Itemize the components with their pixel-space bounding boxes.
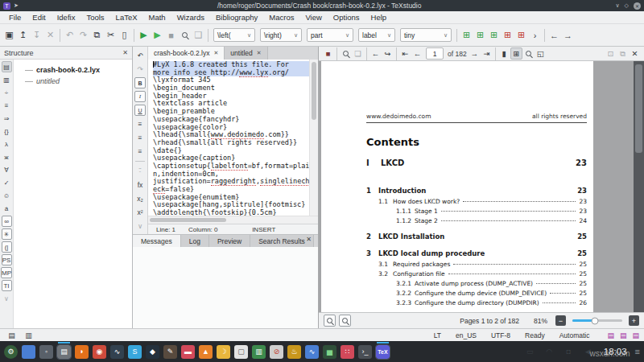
editor-horizontal-scrollbar[interactable]	[148, 216, 318, 224]
taskbar-firefox[interactable]: ◗	[75, 345, 89, 359]
editor-tab-crash-book-0-2-lyx[interactable]: crash-book-0.2.lyx ✕	[148, 47, 225, 60]
save-icon[interactable]: ↧	[30, 28, 43, 43]
pdf-document-icon[interactable]: ▤	[620, 331, 627, 339]
battery-tray-icon[interactable]: ▭	[523, 344, 537, 359]
superscript-icon[interactable]: x²	[134, 207, 146, 218]
taskbar-banana-app[interactable]: ☽	[217, 345, 230, 359]
paste-icon[interactable]: ▯	[118, 28, 131, 43]
subscript-icon[interactable]: x₂	[134, 193, 146, 204]
taskbar-pager[interactable]: ◦	[39, 345, 53, 359]
menu-options[interactable]: Options	[328, 13, 365, 22]
pdf-content[interactable]: www.dedoimedo.com all rights reserved Co…	[319, 61, 644, 312]
taskbar-mixer-app[interactable]: ∷	[341, 345, 354, 359]
editor-tab-untitled[interactable]: untitled ✕	[225, 47, 267, 60]
strip-scroll-down-icon[interactable]: ∨	[2, 293, 12, 304]
wifi-tray-icon[interactable]: ◠	[543, 344, 556, 359]
bold-icon[interactable]: B	[134, 77, 146, 88]
cut-icon[interactable]: ✂	[104, 28, 118, 43]
minimize-button[interactable]: ∨	[615, 2, 619, 9]
compile-icon[interactable]: ▶	[151, 28, 164, 43]
open-document-icon[interactable]: ↥	[16, 28, 30, 43]
menu-idefix[interactable]: Idefix	[52, 13, 81, 22]
panel-menu-icon[interactable]: ≡	[635, 347, 640, 356]
taskbar-text-editor[interactable]: ▢	[234, 345, 248, 359]
toc-lkcd[interactable]: I LKCD 23	[366, 158, 587, 167]
pdf-scrollbar[interactable]	[634, 61, 644, 312]
toc-configure-the-dump-directory-dumpdir[interactable]: 3.2.3 Configure the dump directory (DUMP…	[366, 299, 587, 306]
code-area[interactable]: #LyX 1.6.8 created this file. Formore in…	[148, 60, 309, 216]
taskbar-system-monitor[interactable]: ∿	[305, 345, 319, 359]
delimiters-tab-icon[interactable]: {}	[2, 125, 12, 137]
toggle-structure-panel-icon[interactable]: ▤	[5, 328, 19, 343]
maximize-button[interactable]: ◇	[625, 2, 629, 9]
statusbar-lt[interactable]: LT	[434, 331, 441, 339]
taskbar-media-card[interactable]: ▬	[181, 345, 195, 359]
structure-tree-item[interactable]: untitled	[15, 76, 130, 87]
zoom-in-button[interactable]: +	[629, 315, 639, 326]
toc-lkcd-installation[interactable]: 2 LKCD Installation 25	[366, 232, 587, 241]
taskbar-green-notebook[interactable]: ▥	[252, 345, 266, 359]
arrows-tab-icon[interactable]: ⇒	[2, 113, 12, 124]
pdf-magnifier-icon[interactable]	[340, 47, 352, 60]
menu-view[interactable]: View	[299, 13, 327, 22]
pdf-windowed-icon[interactable]: ⧉	[617, 47, 629, 60]
operators-tab-icon[interactable]: ÷	[2, 87, 12, 98]
messages-close-icon[interactable]: ✕	[301, 236, 316, 243]
brackets-tab-icon[interactable]: (|	[2, 241, 12, 253]
right-delimiter-dropdown[interactable]: \right)∨	[260, 28, 302, 42]
relations-tab-icon[interactable]: ≡	[2, 100, 12, 111]
tikz-tab-icon[interactable]: TI	[2, 280, 12, 291]
undo-icon[interactable]: ↶	[134, 50, 146, 61]
messages-tab-messages[interactable]: Messages	[133, 235, 181, 247]
menu-help[interactable]: Help	[365, 13, 393, 22]
lock-tray-icon[interactable]: ◘	[562, 344, 576, 359]
new-document-icon[interactable]: ▣	[2, 28, 16, 43]
copy-icon[interactable]: ⧉	[90, 28, 104, 43]
close-document-icon[interactable]: ✕	[43, 28, 57, 43]
table-add-row-icon[interactable]: ⊞	[460, 28, 473, 43]
section-level-dropdown[interactable]: part∨	[307, 28, 353, 42]
table-add-column-icon[interactable]: ⊞	[473, 28, 487, 43]
font-size-dropdown[interactable]: tiny∨	[400, 28, 452, 42]
zoom-fit-page-icon[interactable]	[339, 315, 351, 327]
smiley-tab-icon[interactable]: ☺	[2, 190, 12, 201]
error-marker-icon[interactable]: ■	[322, 47, 334, 60]
asterisk-tab-icon[interactable]: ✳	[2, 228, 12, 240]
menu-wizards[interactable]: Wizards	[171, 13, 210, 22]
comment-icon[interactable]: ❑	[192, 28, 205, 43]
table-remove-row-icon[interactable]: ⊞	[501, 28, 514, 43]
pdf-scroll-tool-icon[interactable]: ❏	[352, 47, 364, 60]
pdf-document-icon[interactable]: ▤	[632, 331, 639, 339]
pdf-zoom-tool-icon[interactable]	[522, 47, 535, 60]
structure-tree-item[interactable]: crash-book-0.2.lyx	[15, 64, 130, 76]
format-strip-overflow-icon[interactable]: ∨	[134, 220, 146, 232]
structure-tab-icon[interactable]: ▤	[2, 61, 12, 72]
redo-icon[interactable]: ↷	[76, 28, 90, 43]
toc-how-does-lkcd-work[interactable]: 1.1 How does LKCD work? 23	[366, 198, 587, 205]
math-function-icon[interactable]: fx	[134, 179, 146, 191]
left-delimiter-dropdown[interactable]: \left(∨	[213, 28, 255, 42]
toc-required-packages[interactable]: 3.1 Required packages 25	[366, 261, 587, 268]
italic-icon[interactable]: I	[134, 91, 146, 102]
previous-page-icon[interactable]: ←	[411, 47, 423, 60]
last-page-icon[interactable]: ⇥	[481, 47, 493, 60]
taskbar-show-desktop[interactable]	[22, 345, 35, 359]
cyrillic-tab-icon[interactable]: ж	[2, 151, 12, 162]
menu-math[interactable]: Math	[143, 13, 171, 22]
metapost-tab-icon[interactable]: MP	[1, 267, 12, 278]
zoom-out-button[interactable]: −	[555, 315, 566, 326]
toc-stage-2[interactable]: 1.1.2 Stage 2 24	[366, 217, 587, 224]
close-button[interactable]: ✕	[634, 2, 641, 10]
single-page-mode-icon[interactable]: ▮	[498, 47, 510, 60]
taskbar-file-manager[interactable]: ▤	[57, 345, 71, 359]
statusbar-utf-8[interactable]: UTF-8	[491, 331, 510, 339]
undo-icon[interactable]: ↶	[63, 28, 76, 43]
toc-configure-the-dump-device-dump-device[interactable]: 3.2.2 Configure the dump device (DUMP_DE…	[366, 290, 587, 297]
toc-introduction[interactable]: 1 Introduction 23	[366, 187, 587, 195]
structure-close-icon[interactable]: ✕	[122, 49, 128, 56]
taskbar-app-launcher[interactable]: ⚙	[4, 345, 18, 359]
label-dropdown[interactable]: label∨	[358, 28, 395, 42]
taskbar-digikam[interactable]: ◆	[146, 345, 159, 359]
messages-tab-preview[interactable]: Preview	[209, 235, 250, 247]
zoom-fit-width-icon[interactable]	[324, 315, 336, 327]
